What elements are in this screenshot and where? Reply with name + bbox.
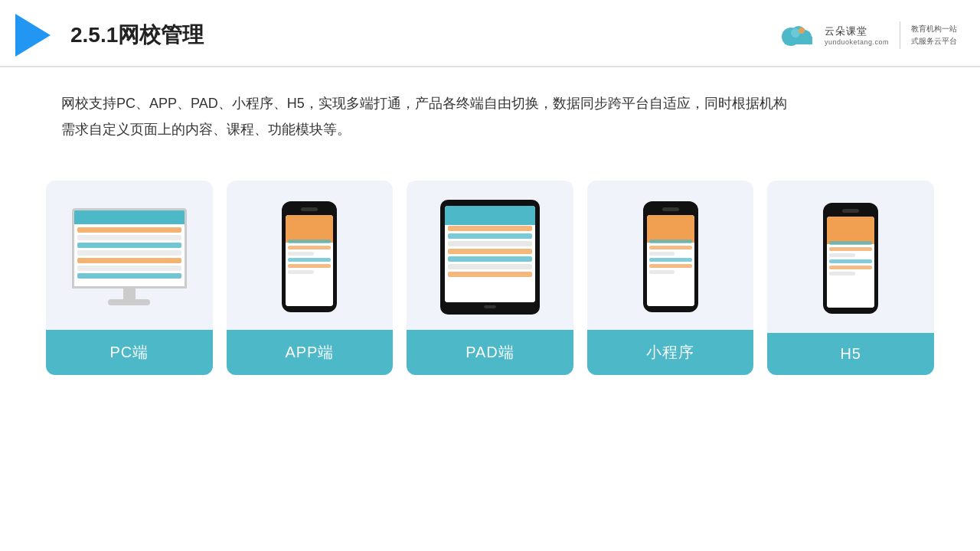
tablet-rows	[448, 226, 532, 279]
h5-notch	[842, 209, 859, 213]
miniprogram-screen-inner	[647, 215, 694, 306]
monitor-rows	[77, 227, 181, 281]
logo-cloud	[774, 20, 820, 51]
h5-phone	[823, 203, 878, 314]
h5-rows	[829, 241, 872, 278]
card-pad-image	[407, 181, 573, 330]
phone-screen	[286, 215, 333, 306]
logo-area: 云朵课堂 yunduoketang.com 教育机构一站 式服务云平台	[774, 20, 957, 51]
h5-screen-inner	[827, 217, 874, 308]
description: 网校支持PC、APP、PAD、小程序、H5，实现多端打通，产品各终端自由切换，数…	[0, 67, 980, 150]
card-miniprogram: 小程序	[587, 181, 754, 375]
card-pad: PAD端	[407, 181, 573, 375]
pad-tablet	[440, 200, 540, 315]
logo-text-area: 云朵课堂 yunduoketang.com	[825, 24, 889, 46]
header-left: 2.5.1网校管理	[15, 14, 204, 57]
monitor-screen	[72, 208, 187, 289]
tablet-home-btn	[484, 305, 496, 308]
app-phone	[282, 201, 337, 312]
card-miniprogram-label: 小程序	[587, 330, 754, 375]
miniprogram-rows	[649, 240, 692, 276]
monitor-neck	[123, 289, 136, 299]
tablet-screen-inner	[445, 206, 535, 302]
card-app-image	[227, 181, 394, 330]
card-h5-label: H5	[767, 333, 934, 375]
miniprogram-notch	[662, 207, 679, 211]
logo-sub-text: yunduoketang.com	[825, 38, 889, 46]
phone-screen-inner	[286, 215, 333, 306]
h5-screen	[827, 217, 874, 308]
monitor-base	[108, 299, 150, 305]
page-title: 2.5.1网校管理	[70, 21, 204, 50]
logo-main-text: 云朵课堂	[825, 24, 867, 38]
play-icon	[15, 14, 51, 57]
cloud-logo-icon	[774, 20, 820, 51]
card-app-label: APP端	[227, 330, 394, 375]
logo-slogan: 教育机构一站 式服务云平台	[911, 23, 957, 47]
card-pc-label: PC端	[46, 330, 213, 375]
card-miniprogram-image	[587, 181, 754, 330]
pc-monitor	[72, 208, 187, 305]
card-h5-image	[767, 181, 934, 333]
miniprogram-phone	[643, 201, 698, 312]
tablet-screen	[445, 206, 535, 302]
header: 2.5.1网校管理 云朵课堂 yunduoketang.com 教育机构一站 式…	[0, 0, 980, 67]
description-line2: 需求自定义页面上的内容、课程、功能模块等。	[61, 116, 919, 142]
card-pc: PC端	[46, 181, 213, 375]
cards-container: PC端	[0, 158, 980, 398]
logo-divider	[900, 21, 900, 49]
svg-point-5	[799, 28, 805, 34]
card-h5: H5	[767, 181, 934, 375]
card-pad-label: PAD端	[407, 330, 573, 375]
svg-rect-3	[785, 37, 812, 44]
description-line1: 网校支持PC、APP、PAD、小程序、H5，实现多端打通，产品各终端自由切换，数…	[61, 90, 919, 116]
miniprogram-screen	[647, 215, 694, 306]
phone-rows	[288, 240, 331, 276]
phone-notch	[301, 207, 318, 211]
card-app: APP端	[227, 181, 394, 375]
card-pc-image	[46, 181, 213, 330]
